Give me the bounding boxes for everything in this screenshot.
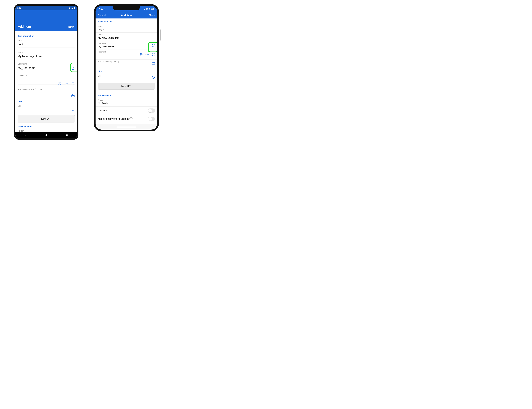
save-button[interactable]: Save bbox=[149, 14, 155, 17]
new-uri-button[interactable]: New URI bbox=[98, 83, 155, 90]
uri-options-icon[interactable] bbox=[71, 109, 75, 113]
network-label: 5G E bbox=[146, 8, 150, 10]
section-header-item-info: Item Information bbox=[95, 19, 157, 24]
type-field[interactable]: Type Login bbox=[18, 39, 75, 47]
name-value: My New Login Item bbox=[98, 37, 155, 40]
folder-field[interactable]: Folder No Folder bbox=[95, 98, 157, 107]
section-header-item-info: Item Information bbox=[18, 35, 75, 37]
section-header-misc: Miscellaneous bbox=[95, 92, 157, 98]
svg-point-12 bbox=[46, 134, 47, 136]
android-status-bar: 5:20 bbox=[15, 6, 77, 10]
uri-field[interactable]: URI bbox=[18, 105, 75, 112]
camera-icon[interactable] bbox=[71, 94, 75, 97]
generate-username-icon[interactable] bbox=[71, 66, 75, 70]
password-label: Password bbox=[18, 74, 75, 77]
generate-password-icon[interactable] bbox=[152, 53, 155, 56]
toggle-visibility-icon[interactable] bbox=[65, 82, 68, 85]
section-header-uris: URIs bbox=[18, 100, 75, 103]
uri-label: URI bbox=[18, 105, 75, 107]
uri-field[interactable]: URI bbox=[95, 74, 157, 81]
folder-label: Folder bbox=[98, 99, 155, 101]
wifi-icon bbox=[68, 7, 71, 9]
totp-field[interactable]: Authenticator Key (TOTP) bbox=[18, 88, 75, 97]
name-field[interactable]: Name My New Login Item bbox=[18, 51, 75, 59]
username-field[interactable]: Username my_username bbox=[18, 63, 75, 71]
toggle-visibility-icon[interactable] bbox=[145, 53, 149, 56]
folder-label: Folder bbox=[18, 130, 75, 131]
password-field[interactable]: Password bbox=[95, 50, 157, 60]
reprompt-toggle[interactable] bbox=[148, 117, 155, 121]
location-icon bbox=[104, 8, 106, 10]
ios-device-frame: 7:18 ••ıı 5G E Cancel Add Item Save It bbox=[94, 4, 159, 131]
password-field[interactable]: Password bbox=[18, 74, 75, 85]
generate-password-icon[interactable] bbox=[71, 82, 75, 85]
username-label: Username bbox=[18, 63, 68, 65]
totp-label: Authenticator Key (TOTP) bbox=[18, 88, 75, 90]
favorite-label: Favorite bbox=[98, 109, 107, 112]
uri-label: URI bbox=[98, 75, 155, 77]
name-field[interactable]: Name My New Login Item bbox=[95, 33, 157, 41]
signal-icon bbox=[71, 7, 73, 9]
help-icon[interactable]: ? bbox=[129, 117, 133, 120]
password-value bbox=[18, 78, 75, 82]
totp-field[interactable]: Authenticator Key (TOTP) bbox=[95, 60, 157, 67]
ios-nav-bar: Cancel Add Item Save bbox=[95, 12, 157, 19]
username-field[interactable]: Username my_username bbox=[95, 41, 157, 50]
home-icon[interactable] bbox=[45, 134, 48, 137]
check-password-icon[interactable] bbox=[58, 82, 61, 85]
username-value: my_username bbox=[18, 66, 68, 70]
android-nav-bar bbox=[15, 132, 77, 138]
cancel-button[interactable]: Cancel bbox=[98, 14, 106, 17]
name-label: Name bbox=[98, 34, 155, 36]
android-device-frame: 5:20 Add Item SAVE Item Information Type… bbox=[14, 4, 78, 140]
section-header-uris: URIs bbox=[95, 67, 157, 74]
new-uri-button[interactable]: New URI bbox=[18, 115, 75, 122]
page-title: Add Item bbox=[18, 25, 31, 28]
reprompt-label: Master password re-prompt bbox=[98, 117, 129, 120]
check-password-icon[interactable] bbox=[139, 53, 143, 56]
signal-bars-icon: ••ıı bbox=[142, 8, 145, 10]
password-label: Password bbox=[98, 51, 155, 53]
status-time: 7:18 bbox=[99, 8, 103, 10]
folder-value: No Folder bbox=[98, 102, 155, 105]
uri-options-icon[interactable] bbox=[152, 75, 155, 79]
svg-rect-13 bbox=[66, 135, 68, 136]
battery-icon bbox=[74, 7, 75, 9]
battery-icon bbox=[151, 8, 154, 10]
camera-icon[interactable] bbox=[152, 61, 155, 65]
name-value: My New Login Item bbox=[18, 55, 75, 58]
type-value: Login bbox=[18, 43, 75, 46]
save-button[interactable]: SAVE bbox=[68, 26, 75, 28]
type-field[interactable]: Type Login bbox=[95, 24, 157, 33]
generate-username-icon[interactable] bbox=[152, 44, 155, 47]
back-icon[interactable] bbox=[25, 134, 27, 137]
type-label: Type bbox=[98, 25, 155, 27]
name-label: Name bbox=[18, 51, 75, 53]
totp-label: Authenticator Key (TOTP) bbox=[98, 61, 155, 63]
type-label: Type bbox=[18, 39, 75, 41]
android-app-bar: Add Item SAVE bbox=[15, 10, 77, 31]
notch bbox=[113, 6, 140, 10]
username-label: Username bbox=[98, 42, 150, 44]
username-value: my_username bbox=[98, 45, 150, 48]
reprompt-row[interactable]: Master password re-prompt ? bbox=[95, 115, 157, 123]
recents-icon[interactable] bbox=[66, 134, 68, 136]
section-header-misc: Miscellaneous bbox=[18, 125, 75, 128]
type-value: Login bbox=[98, 28, 155, 31]
favorite-toggle[interactable] bbox=[148, 109, 155, 113]
favorite-row[interactable]: Favorite bbox=[95, 107, 157, 115]
ios-home-indicator[interactable] bbox=[95, 124, 157, 130]
status-time: 5:20 bbox=[17, 7, 21, 9]
